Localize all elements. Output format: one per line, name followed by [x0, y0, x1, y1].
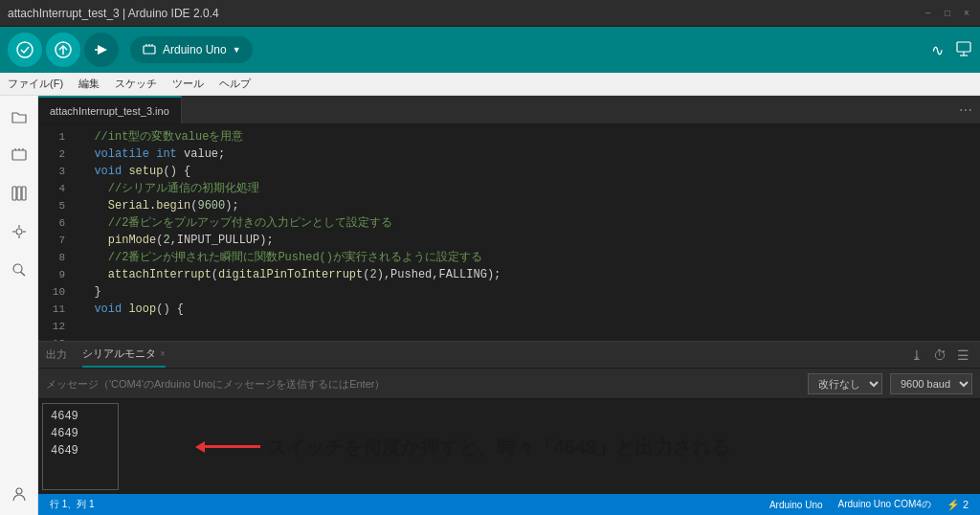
debug-button[interactable]: [84, 33, 119, 67]
annotation-arrow: [195, 441, 260, 453]
file-tab-bar: attachInterrupt_test_3.ino ⋯: [38, 96, 980, 124]
sidebar-library-icon[interactable]: [6, 180, 33, 207]
svg-point-26: [16, 488, 22, 494]
serial-monitor: 改行なし 9600 baud 4649 4649 4649: [38, 369, 980, 494]
close-button[interactable]: ×: [961, 8, 972, 19]
serial-message-input[interactable]: [46, 378, 800, 390]
minimize-button[interactable]: −: [923, 8, 934, 19]
serial-monitor-close[interactable]: ×: [160, 348, 166, 359]
code-content[interactable]: //int型の変数valueを用意 volatile int value; vo…: [73, 124, 980, 341]
sidebar-search-icon[interactable]: [6, 257, 33, 283]
output-line-3: 4649: [51, 442, 110, 459]
svg-rect-18: [22, 187, 26, 200]
status-port: Arduino Uno COM4の: [838, 498, 931, 511]
upload-button[interactable]: [46, 33, 80, 67]
svg-rect-5: [144, 46, 155, 54]
serial-output-values: 4649 4649 4649: [42, 403, 119, 490]
menu-sketch[interactable]: スケッチ: [115, 77, 157, 91]
code-line-16: void loop() {: [80, 301, 972, 318]
content-area: attachInterrupt_test_3.ino ⋯ 1 2 3 4 5 6…: [38, 96, 980, 515]
line-numbers: 1 2 3 4 5 6 7 8 9 10 11 12 13 14 15 16 1: [38, 124, 73, 341]
verify-button[interactable]: [8, 33, 42, 67]
status-position: 行 1、列 1: [50, 498, 95, 511]
serial-input-bar: 改行なし 9600 baud: [38, 369, 980, 399]
annotation-area: スイッチを何度か押すと、時々「4649」と出力される: [119, 403, 976, 490]
title-bar-text: attachInterrupt_test_3 | Arduino IDE 2.0…: [8, 7, 219, 20]
code-line-4: void setup() {: [80, 163, 972, 180]
svg-rect-16: [12, 187, 16, 200]
svg-marker-3: [98, 45, 107, 55]
board-selector-arrow: ▼: [233, 45, 241, 55]
timestamp-icon[interactable]: ⏱: [930, 346, 949, 365]
code-line-13: attachInterrupt(digitalPinToInterrupt(2)…: [80, 266, 972, 283]
svg-point-24: [13, 264, 22, 273]
menu-file[interactable]: ファイル(F): [8, 77, 63, 91]
svg-rect-9: [957, 42, 970, 52]
board-selector[interactable]: Arduino Uno ▼: [130, 36, 253, 63]
status-error-count[interactable]: ⚡ 2: [947, 499, 969, 511]
board-icon: [142, 42, 157, 57]
main-layout: attachInterrupt_test_3.ino ⋯ 1 2 3 4 5 6…: [0, 96, 980, 515]
serial-monitor-icon[interactable]: [955, 39, 972, 60]
arrow-line: [203, 445, 260, 448]
verify-icon: [16, 41, 33, 58]
sidebar-user-icon[interactable]: [6, 481, 33, 507]
tab-serial-monitor[interactable]: シリアルモニタ ×: [82, 342, 166, 368]
code-line-9: //2番ピンをプルアップ付きの入力ピンとして設定する: [80, 214, 972, 232]
code-lines-container: 1 2 3 4 5 6 7 8 9 10 11 12 13 14 15 16 1: [38, 124, 980, 341]
svg-rect-12: [12, 150, 26, 160]
panel-tabs: 出力 シリアルモニタ × ⤓ ⏱ ☰: [38, 342, 980, 369]
tab-filename: attachInterrupt_test_3.ino: [50, 105, 169, 117]
window-controls: − □ ×: [923, 8, 972, 19]
code-line-6: //シリアル通信の初期化処理: [80, 180, 972, 197]
svg-rect-17: [17, 187, 21, 200]
menu-bar: ファイル(F) 編集 スケッチ ツール ヘルプ: [0, 73, 980, 96]
menu-tools[interactable]: ツール: [172, 77, 204, 91]
sidebar-folder-icon[interactable]: [6, 103, 33, 130]
toolbar-right: ∿: [931, 39, 972, 60]
svg-line-25: [20, 272, 25, 276]
menu-edit[interactable]: 編集: [78, 77, 100, 91]
panel-toolbar: ⤓ ⏱ ☰: [907, 346, 972, 365]
toolbar: Arduino Uno ▼ ∿: [0, 27, 980, 73]
board-name: Arduino Uno: [163, 43, 227, 56]
maximize-button[interactable]: □: [942, 8, 953, 19]
status-bar-right: Arduino Uno Arduino Uno COM4の ⚡ 2: [769, 498, 969, 511]
title-bar: attachInterrupt_test_3 | Arduino IDE 2.0…: [0, 0, 980, 27]
annotation-text: スイッチを何度か押すと、時々「4649」と出力される: [267, 434, 731, 459]
code-line-1: //int型の変数valueを用意: [80, 128, 972, 146]
panel-menu-icon[interactable]: ☰: [953, 346, 972, 365]
status-board[interactable]: Arduino Uno: [769, 500, 823, 510]
code-editor: 1 2 3 4 5 6 7 8 9 10 11 12 13 14 15 16 1: [38, 124, 980, 341]
serial-output: 4649 4649 4649 スイッチを何度か押すと、時々「4649」と出力され…: [38, 399, 980, 494]
sidebar-board-icon[interactable]: [6, 142, 33, 168]
tab-output[interactable]: 出力: [46, 342, 67, 368]
code-line-10: pinMode(2,INPUT_PULLUP);: [80, 232, 972, 249]
code-line-7: Serial.begin(9600);: [80, 197, 972, 214]
svg-point-19: [16, 229, 22, 235]
code-line-12: //2番ピンが押された瞬間に関数Pushed()が実行されるように設定する: [80, 249, 972, 266]
sidebar: [0, 96, 38, 515]
code-line-2: volatile int value;: [80, 146, 972, 163]
tab-more-button[interactable]: ⋯: [951, 102, 980, 118]
serial-monitor-tab-label: シリアルモニタ: [82, 347, 156, 361]
sidebar-debug-icon[interactable]: [6, 218, 33, 245]
debug-icon: [93, 41, 110, 58]
code-line-14: }: [80, 283, 972, 301]
svg-point-0: [17, 42, 33, 57]
file-tab-item[interactable]: attachInterrupt_test_3.ino: [38, 96, 182, 123]
upload-icon: [55, 41, 72, 58]
menu-help[interactable]: ヘルプ: [219, 77, 251, 91]
serial-plotter-icon[interactable]: ∿: [931, 41, 944, 59]
baud-rate-select[interactable]: 9600 baud: [890, 373, 972, 394]
output-line-1: 4649: [51, 408, 110, 425]
scroll-lock-icon[interactable]: ⤓: [907, 346, 926, 365]
bottom-panel: 出力 シリアルモニタ × ⤓ ⏱ ☰ 改行なし: [38, 341, 980, 494]
output-line-2: 4649: [51, 425, 110, 442]
line-ending-select[interactable]: 改行なし: [808, 373, 882, 394]
status-bar: 行 1、列 1 Arduino Uno Arduino Uno COM4の ⚡ …: [38, 494, 980, 515]
